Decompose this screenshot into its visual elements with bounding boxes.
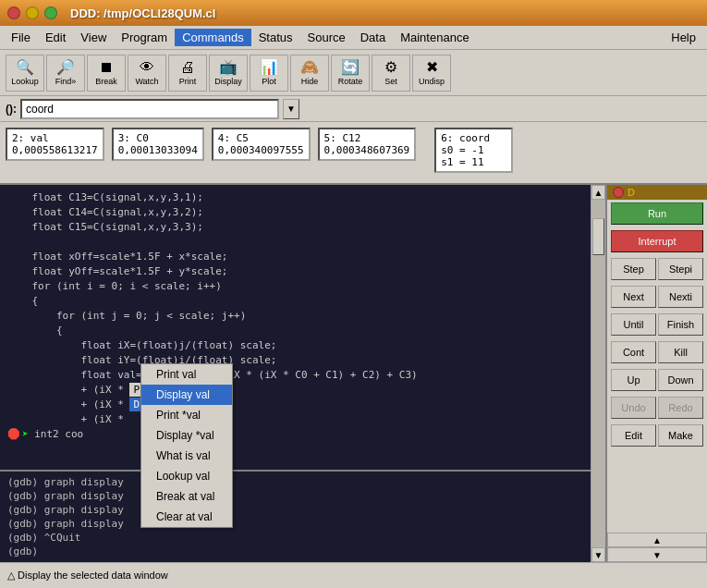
next-button[interactable]: Next (611, 286, 656, 308)
toolbar-plot[interactable]: 📊 Plot (250, 55, 288, 92)
toolbar-undisp[interactable]: ✖ Undisp (412, 55, 451, 92)
watch-box-3[interactable]: 3: C0 0,00013033094 (112, 128, 204, 161)
scrollbar-thumb[interactable] (592, 218, 604, 255)
down-button[interactable]: Down (658, 369, 703, 391)
until-row: Until Finish (607, 311, 707, 338)
code-line: float iX=(float)j/(float) scale; (7, 338, 583, 353)
ctx-print-star-val[interactable]: Print *val (141, 405, 232, 425)
run-row: Run (607, 200, 707, 227)
main-area: float C13=C(signal,x,y,3,1); float C14=C… (0, 185, 707, 562)
toolbar-rotate-label: Rotate (338, 77, 363, 86)
maximize-button[interactable] (44, 6, 57, 19)
watch-box-5[interactable]: 5: C12 0,000348607369 (318, 128, 417, 161)
toolbar-set[interactable]: ⚙ Set (372, 55, 410, 92)
menu-commands[interactable]: Commands (175, 29, 250, 46)
watch-label-2: 2: val (12, 132, 98, 144)
watch-label-5: 5: C12 (324, 132, 410, 144)
code-line: for (int i = 0; i < scale; i++) (7, 279, 583, 294)
kill-button[interactable]: Kill (658, 341, 703, 363)
cont-row: Cont Kill (607, 338, 707, 366)
watch-box-2[interactable]: 2: val 0,000558613217 (6, 128, 104, 161)
menu-file[interactable]: File (4, 29, 38, 46)
code-line: + (iX * (7, 412, 583, 427)
up-button[interactable]: Up (611, 369, 656, 391)
redo-button[interactable]: Redo (658, 397, 703, 419)
cont-button[interactable]: Cont (611, 341, 656, 363)
toolbar-display[interactable]: 📺 Display (209, 55, 248, 92)
make-button[interactable]: Make (658, 424, 703, 447)
watch-value-2: 0,000558613217 (12, 144, 98, 156)
toolbar-print-label: Print (179, 77, 197, 86)
menu-edit[interactable]: Edit (38, 29, 73, 46)
toolbar-break[interactable]: ⏹ Break (87, 55, 126, 92)
print-icon: 🖨 (180, 60, 195, 75)
toolbar-display-label: Display (214, 77, 242, 86)
toolbar-print[interactable]: 🖨 Print (168, 55, 207, 92)
step-button[interactable]: Step (611, 258, 656, 280)
watch-box-6[interactable]: 6: coord s0 = -1 s1 = 11 (434, 128, 513, 173)
break-icon: ⏹ (99, 60, 114, 75)
ctx-break-at-val[interactable]: Break at val (141, 486, 232, 507)
minimize-button[interactable] (26, 6, 39, 19)
gdb-line: (gdb) graph display (7, 517, 583, 531)
watch-label-6: 6: coord (441, 132, 506, 144)
right-panel-header: D (607, 185, 707, 200)
ctx-clear-at-val[interactable]: Clear at val (141, 507, 232, 527)
window-title: DDD: /tmp/OCLI28QUM.cl (70, 6, 215, 20)
toolbar-lookup[interactable]: 🔍 Lookup (6, 55, 44, 92)
panel-scroll-up[interactable]: ▲ (607, 533, 707, 547)
code-line: float C15=C(signal,x,y,3,3); (7, 220, 583, 235)
ctx-lookup-val[interactable]: Lookup val (141, 466, 232, 486)
toolbar-break-label: Break (95, 77, 117, 86)
ctx-what-is-val[interactable]: What is val (141, 446, 232, 466)
toolbar-hide[interactable]: 🙈 Hide (290, 55, 329, 92)
set-icon: ⚙ (384, 60, 397, 75)
code-line: { (7, 324, 583, 338)
watch-value-5: 0,000348607369 (324, 144, 410, 156)
nexti-button[interactable]: Nexti (658, 286, 703, 308)
gdb-console[interactable]: (gdb) graph display (gdb) graph display … (0, 470, 591, 562)
interrupt-button[interactable]: Interrupt (611, 230, 703, 252)
toolbar-rotate[interactable]: 🔄 Rotate (331, 55, 370, 92)
gdb-line: (gdb) graph display (7, 475, 583, 489)
code-editor[interactable]: float C13=C(signal,x,y,3,1); float C14=C… (0, 185, 591, 470)
ctx-display-star-val[interactable]: Display *val (141, 425, 232, 446)
panel-close-button[interactable] (613, 187, 624, 198)
toolbar-find[interactable]: 🔎 Find» (46, 55, 85, 92)
watch-box-4[interactable]: 4: C5 0,000340097555 (212, 128, 311, 161)
search-input[interactable] (20, 99, 279, 119)
finish-button[interactable]: Finish (658, 313, 703, 336)
code-line: float C13=C(signal,x,y,3,1); (7, 190, 583, 205)
panel-title: D (628, 187, 635, 198)
menu-source[interactable]: Source (300, 29, 353, 46)
search-bar: (): ▼ (0, 96, 707, 122)
watches-area: 2: val 0,000558613217 3: C0 0,0001303309… (0, 122, 707, 185)
undo-button[interactable]: Undo (611, 397, 656, 419)
stepi-button[interactable]: Stepi (658, 258, 703, 280)
toolbar-undisp-label: Undisp (419, 77, 445, 86)
menu-data[interactable]: Data (353, 29, 393, 46)
menu-help[interactable]: Help (664, 29, 703, 46)
until-button[interactable]: Until (611, 313, 656, 336)
run-button[interactable]: Run (611, 202, 703, 225)
ctx-display-val[interactable]: Display val (141, 385, 232, 405)
vertical-scrollbar[interactable]: ▲ ▼ (591, 185, 605, 562)
menu-maintenance[interactable]: Maintenance (393, 29, 476, 46)
undisp-icon: ✖ (426, 60, 438, 75)
menu-program[interactable]: Program (114, 29, 175, 46)
menu-view[interactable]: View (73, 29, 114, 46)
menu-status[interactable]: Status (251, 29, 300, 46)
scroll-up-arrow[interactable]: ▲ (591, 185, 605, 200)
watch-value-6a: s0 = -1 (441, 144, 506, 156)
panel-scroll-down[interactable]: ▼ (607, 547, 707, 562)
scroll-down-arrow[interactable]: ▼ (591, 547, 605, 562)
title-bar: DDD: /tmp/OCLI28QUM.cl (0, 0, 707, 26)
toolbar-watch[interactable]: 👁 Watch (128, 55, 166, 92)
search-dropdown[interactable]: ▼ (283, 99, 299, 119)
step-row: Step Stepi (607, 255, 707, 283)
scrollbar-track[interactable] (591, 200, 605, 547)
code-line: float yOff=scale*1.5F + y*scale; (7, 264, 583, 279)
edit-button[interactable]: Edit (611, 424, 656, 447)
ctx-print-val[interactable]: Print val (141, 364, 232, 385)
close-button[interactable] (7, 6, 20, 19)
